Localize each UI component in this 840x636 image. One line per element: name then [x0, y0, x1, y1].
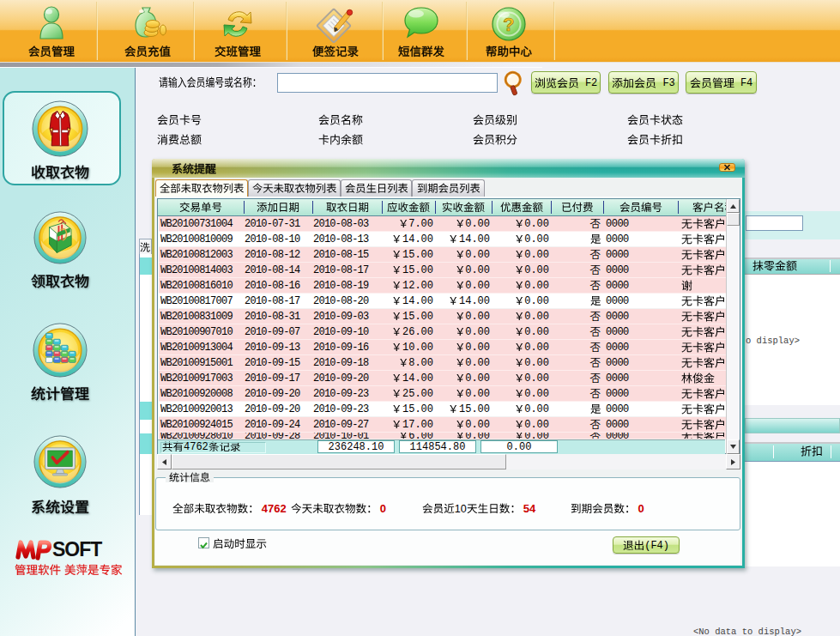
- svg-text:SOFT: SOFT: [52, 538, 102, 560]
